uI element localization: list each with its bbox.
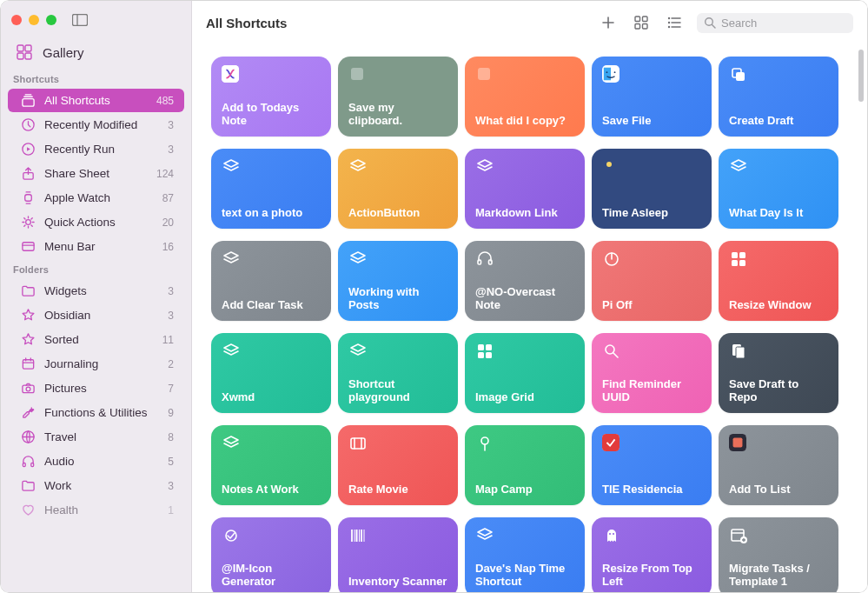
shortcut-tile[interactable]: Markdown Link (465, 149, 585, 229)
svg-line-32 (712, 25, 716, 29)
shortcut-tile[interactable]: Save my clipboard. (338, 57, 458, 137)
sidebar-item-quick-actions[interactable]: Quick Actions 20 (8, 210, 184, 234)
shortcut-tile[interactable]: Image Grid (465, 333, 585, 413)
svg-rect-14 (23, 360, 33, 369)
main-area: All Shortcuts Add to Todays Note (192, 1, 867, 592)
shortcut-tile[interactable]: Inventory Scanner (338, 517, 458, 592)
svg-rect-41 (736, 72, 745, 81)
close-window[interactable] (11, 15, 22, 25)
sidebar-item-label: Recently Run (44, 143, 159, 156)
search-input[interactable] (721, 17, 846, 30)
shortcut-tile[interactable]: Map Camp (465, 425, 585, 505)
shortcut-tile[interactable]: Add Clear Task (211, 241, 331, 321)
shortcut-tile[interactable]: Add to Todays Note (211, 57, 331, 137)
sidebar-toggle-icon[interactable] (72, 14, 88, 26)
svg-rect-53 (478, 352, 484, 358)
sidebar-item-count: 485 (156, 95, 174, 107)
shortcut-tile[interactable]: What Day Is It (719, 149, 838, 229)
sidebar-item-travel[interactable]: Travel 8 (8, 425, 184, 449)
svg-rect-19 (23, 463, 25, 466)
svg-rect-51 (478, 344, 484, 350)
sidebar-item-sorted[interactable]: Sorted 11 (8, 328, 184, 351)
toolbar: All Shortcuts (192, 1, 867, 44)
content-area[interactable]: Add to Todays Note Save my clipboard. Wh… (192, 44, 867, 592)
shortcut-tile[interactable]: Rate Movie (338, 425, 458, 505)
svg-rect-5 (25, 53, 31, 59)
svg-rect-0 (73, 15, 88, 26)
add-button[interactable] (598, 12, 619, 33)
sidebar-item-count: 11 (162, 334, 174, 346)
heart-icon (20, 503, 36, 517)
svg-rect-52 (486, 344, 492, 350)
square-icon (348, 65, 368, 84)
sidebar-item-count: 16 (162, 241, 174, 253)
svg-rect-49 (732, 260, 738, 266)
clock-icon (20, 117, 36, 132)
sidebar-item-audio[interactable]: Audio 5 (8, 450, 184, 473)
sidebar-item-share-sheet[interactable]: Share Sheet 124 (8, 162, 184, 185)
shortcut-tile-label: Add to Todays Note (222, 101, 321, 128)
svg-rect-12 (22, 243, 33, 250)
grid-view-button[interactable] (631, 12, 652, 33)
shortcut-tile[interactable]: @IM-Icon Generator (211, 517, 331, 592)
shortcut-tile[interactable]: Xwmd (211, 333, 331, 413)
shortcut-tile[interactable]: Shortcut playground (338, 333, 458, 413)
sidebar-item-count: 5 (168, 456, 174, 468)
shortcut-tile[interactable]: ActionButton (338, 149, 458, 229)
minimize-window[interactable] (29, 15, 39, 25)
shortcut-tile[interactable]: Resize Window (719, 241, 838, 321)
scrollbar-thumb[interactable] (858, 50, 864, 102)
shortcut-tile[interactable]: Dave's Nap Time Shortcut (465, 517, 585, 592)
app-box2-icon (729, 434, 746, 451)
sidebar-item-apple-watch[interactable]: Apple Watch 87 (8, 186, 184, 210)
shortcut-tile[interactable]: Add To List (719, 425, 838, 505)
shortcut-tile[interactable]: Create Draft (719, 57, 838, 137)
shortcut-tile[interactable]: Save File (592, 57, 712, 137)
sidebar-item-pictures[interactable]: Pictures 7 (8, 376, 184, 400)
sidebar-item-journaling[interactable]: Journaling 2 (8, 352, 184, 376)
power-icon (602, 250, 621, 269)
svg-point-39 (614, 71, 616, 73)
gallery-icon (17, 44, 32, 60)
shortcut-tile[interactable]: Find Reminder UUID (592, 333, 712, 413)
shortcut-tile[interactable]: Working with Posts (338, 241, 458, 321)
shortcut-tile[interactable]: Notes At Work (211, 425, 331, 505)
sidebar-item-label: Obsidian (44, 309, 159, 322)
shortcut-tile[interactable]: Resize From Top Left (592, 517, 712, 592)
shortcut-tile[interactable]: What did I copy? (465, 57, 585, 137)
svg-point-74 (609, 533, 611, 535)
sidebar-item-all-shortcuts[interactable]: All Shortcuts 485 (8, 89, 184, 112)
shortcut-tile[interactable]: Save Draft to Repo (719, 333, 838, 413)
sidebar-item-label: Health (44, 503, 159, 516)
shortcut-tile[interactable]: @NO-Overcast Note (465, 241, 585, 321)
sidebar-scroll[interactable]: Gallery Shortcuts All Shortcuts 485 Rece… (1, 39, 191, 592)
sidebar-item-functions-utilities[interactable]: Functions & Utilities 9 (8, 401, 184, 424)
sidebar-item-recently-run[interactable]: Recently Run 3 (8, 137, 184, 161)
svg-rect-47 (732, 252, 738, 258)
sidebar-item-label: Journaling (44, 357, 159, 370)
sidebar-item-work[interactable]: Work 3 (8, 474, 184, 497)
sidebar-item-obsidian[interactable]: Obsidian 3 (8, 303, 184, 327)
shortcut-tile[interactable]: Pi Off (592, 241, 712, 321)
sidebar-item-menu-bar[interactable]: Menu Bar 16 (8, 235, 184, 258)
gallery-item[interactable]: Gallery (1, 39, 191, 69)
sidebar-item-health[interactable]: Health 1 (8, 498, 184, 522)
shortcut-tile[interactable]: Time Asleep (592, 149, 712, 229)
sidebar-item-count: 3 (168, 285, 174, 297)
svg-rect-50 (739, 260, 745, 266)
list-view-button[interactable] (664, 12, 685, 33)
sidebar-item-recently-modified[interactable]: Recently Modified 3 (8, 113, 184, 137)
shortcut-tile-label: Map Camp (475, 483, 574, 496)
shortcut-tile-label: What Day Is It (729, 206, 828, 220)
shortcut-tile-label: Add Clear Task (222, 298, 321, 312)
shortcut-tile-label: @NO-Overcast Note (475, 285, 574, 312)
shortcut-tile[interactable]: TIE Residencia (592, 425, 712, 505)
moon-icon (602, 157, 621, 177)
shortcut-tile[interactable]: Migrate Tasks / Template 1 (719, 517, 838, 592)
grid-icon (475, 342, 494, 361)
sidebar-item-widgets[interactable]: Widgets 3 (8, 279, 184, 303)
search-field[interactable] (697, 13, 853, 33)
shortcut-tile[interactable]: text on a photo (211, 149, 331, 229)
zoom-window[interactable] (46, 15, 56, 25)
svg-line-56 (613, 353, 618, 357)
